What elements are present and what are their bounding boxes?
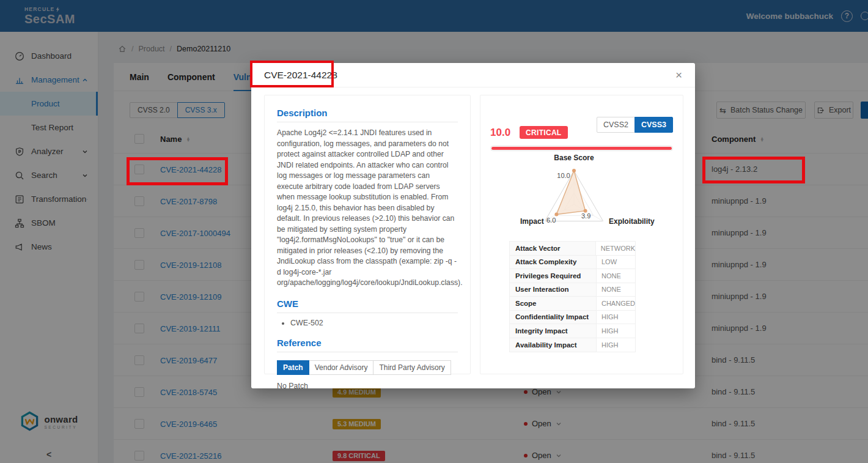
cwe-heading: CWE [277, 298, 458, 313]
score-progress-bar [490, 146, 673, 151]
description-heading: Description [277, 108, 458, 122]
metric-row: User InteractionNONE [510, 283, 635, 297]
metric-row: Integrity ImpactHIGH [510, 324, 635, 338]
cvss3-score-button[interactable]: CVSS3 [634, 117, 673, 133]
cve-detail-modal: CVE-2021-44228 × Description Apache Log4… [251, 63, 695, 388]
cvss-metrics-table: Attack VectorNETWORK Attack ComplexityLO… [509, 241, 636, 352]
cvss-score-toggle: CVSS2 CVSS3 [597, 117, 673, 133]
description-card: Description Apache Log4j2 <=2.14.1 JNDI … [264, 95, 471, 374]
score-card: CVSS2 CVSS3 10.0 CRITICAL Base Score Imp… [480, 95, 683, 374]
metric-row: Confidentiality ImpactHIGH [510, 311, 635, 325]
reference-tabs: Patch Vendor Advisory Third Party Adviso… [277, 360, 458, 375]
metric-row: Attack VectorNETWORK [510, 242, 635, 256]
cvss-score-value: 10.0 [490, 127, 510, 139]
metric-row: Availability ImpactHIGH [510, 338, 635, 352]
reference-tab-vendor-advisory[interactable]: Vendor Advisory [309, 360, 374, 375]
cwe-item: CWE-502 [290, 319, 458, 327]
close-icon[interactable]: × [675, 69, 682, 81]
cvss-radar-chart: Base Score Impact Exploitability 10.0 6.… [490, 154, 674, 234]
metric-row: Privileges RequiredNONE [510, 269, 635, 283]
metric-row: Attack ComplexityLOW [510, 256, 635, 270]
radar-value-exploitability: 3.9 [581, 212, 590, 220]
radar-axis-base-score: Base Score [513, 154, 635, 162]
metric-row: ScopeCHANGED [510, 297, 635, 311]
radar-axis-impact: Impact [520, 217, 544, 226]
modal-title: CVE-2021-44228 [264, 70, 337, 81]
cvss2-score-button[interactable]: CVSS2 [597, 117, 635, 133]
reference-body: No Patch [277, 382, 458, 390]
severity-label-badge: CRITICAL [520, 126, 567, 139]
radar-axis-exploitability: Exploitability [609, 217, 655, 226]
radar-value-base-score: 10.0 [555, 172, 572, 179]
reference-tab-patch[interactable]: Patch [277, 360, 309, 375]
reference-heading: Reference [277, 338, 458, 352]
radar-value-impact: 6.0 [546, 217, 556, 224]
description-text: Apache Log4j2 <=2.14.1 JNDI features use… [277, 128, 458, 289]
reference-tab-third-party-advisory[interactable]: Third Party Advisory [373, 360, 451, 375]
